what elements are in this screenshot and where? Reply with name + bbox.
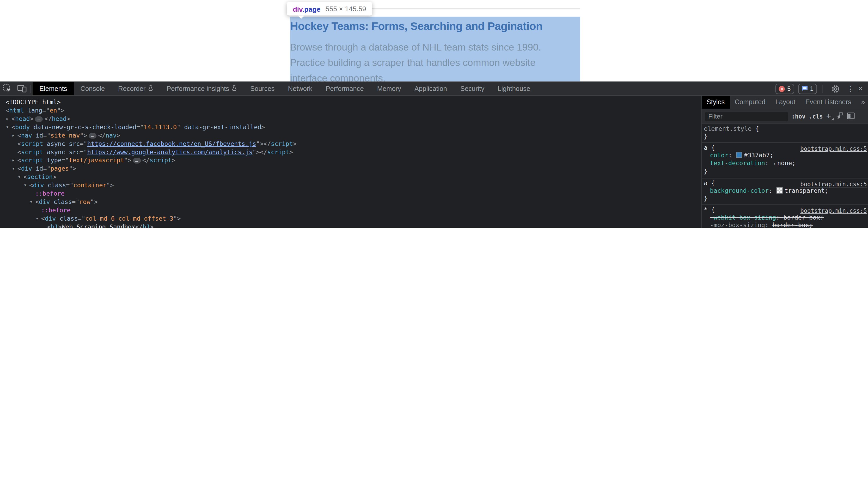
sidebar-tab-styles[interactable]: Styles — [702, 96, 730, 108]
punct: : — [776, 214, 783, 221]
tree-row[interactable]: ▾<section> — [0, 173, 701, 181]
tab-recorder[interactable]: Recorder — [112, 82, 160, 95]
punct: : — [765, 160, 772, 167]
collapsed-content-ellipsis[interactable]: … — [35, 117, 43, 122]
tab-label: Performance insights — [166, 82, 229, 95]
code-token: async — [43, 149, 65, 156]
css-property[interactable]: -moz-box-sizing: border-box; — [704, 222, 866, 228]
devtools-main: <!DOCTYPE html><html lang="en">▸<head>…<… — [0, 96, 868, 228]
code-token: h1 — [143, 224, 150, 228]
issues-badge[interactable]: 1 — [798, 83, 817, 94]
devtools-window: ElementsConsoleRecorderPerformance insig… — [0, 82, 868, 228]
error-icon: × — [779, 86, 785, 92]
new-style-rule-icon[interactable]: + — [826, 112, 833, 120]
tree-row[interactable]: ::before — [0, 190, 701, 198]
punct: : — [765, 222, 772, 228]
tree-row[interactable]: <html lang="en"> — [0, 106, 701, 115]
tab-console[interactable]: Console — [74, 82, 112, 95]
tree-row[interactable]: ▸<script type="text/javascript">…</scrip… — [0, 156, 701, 165]
css-property[interactable]: text-decoration: ▸none; — [704, 160, 866, 168]
tab-memory[interactable]: Memory — [370, 82, 408, 95]
tab-elements[interactable]: Elements — [33, 82, 74, 95]
css-property[interactable]: -webkit-box-sizing: border-box; — [704, 214, 866, 222]
style-rule[interactable]: element.style {} — [702, 124, 868, 143]
sidebar-tab-layout[interactable]: Layout — [771, 96, 801, 108]
tree-row[interactable]: <script async src="https://www.google-an… — [0, 148, 701, 156]
rendering-emulation-icon[interactable] — [836, 111, 844, 121]
code-token: class — [44, 182, 66, 189]
tree-row[interactable]: <script async src="https://connect.faceb… — [0, 140, 701, 148]
tree-row[interactable]: ▾<div class="col-md-6 col-md-offset-3"> — [0, 214, 701, 223]
color-swatch[interactable] — [736, 152, 742, 158]
chevron-down-icon[interactable]: ▾ — [30, 198, 33, 206]
inspect-element-icon[interactable] — [0, 82, 14, 95]
code-token: <!DOCTYPE html> — [5, 99, 60, 106]
code-token: "></ — [253, 149, 267, 156]
color-swatch[interactable] — [776, 187, 782, 193]
chevron-right-icon[interactable]: ▸ — [12, 156, 15, 165]
tab-sources[interactable]: Sources — [244, 82, 281, 95]
tab-label: Network — [288, 82, 313, 95]
toggle-element-classes[interactable]: .cls — [809, 113, 823, 120]
chevron-down-icon[interactable]: ▾ — [18, 173, 21, 181]
device-toolbar-icon[interactable] — [14, 82, 29, 95]
code-token: =" — [43, 132, 50, 139]
filter-input[interactable] — [705, 112, 788, 121]
tree-row[interactable]: ▸<head>…</head> — [0, 115, 701, 123]
toggle-hover-state[interactable]: :hov — [792, 113, 805, 120]
style-rule[interactable]: a {bootstrap.min.css:5color: #337ab7;tex… — [702, 143, 868, 178]
stylesheet-source-link[interactable]: bootstrap.min.css:5 — [800, 206, 867, 214]
collapsed-content-ellipsis[interactable]: … — [133, 158, 141, 163]
style-rule[interactable]: a {bootstrap.min.css:5background-color: … — [702, 178, 868, 205]
tree-row[interactable]: ▸<nav id="site-nav">…</nav> — [0, 131, 701, 140]
chevron-down-icon[interactable]: ▾ — [6, 123, 9, 131]
toolbar-separator — [31, 85, 31, 93]
tree-row[interactable]: ▾<body data-new-gr-c-s-check-loaded="14.… — [0, 123, 701, 131]
chevron-right-icon[interactable]: ▸ — [12, 131, 15, 140]
expand-value-icon[interactable]: ▸ — [773, 161, 776, 166]
sidebar-tab-event-listeners[interactable]: Event Listeners — [801, 96, 856, 108]
tree-row[interactable]: <h1>Web Scraping Sandbox</h1> — [0, 223, 701, 228]
tab-performance-insights[interactable]: Performance insights — [160, 82, 244, 95]
css-property[interactable]: background-color: transparent; — [704, 187, 866, 195]
page-link-title[interactable]: Hockey Teams: Forms, Searching and Pagin… — [290, 20, 580, 33]
code-token: < — [18, 157, 21, 164]
css-property[interactable]: color: #337ab7; — [704, 152, 866, 160]
stylesheet-source-link[interactable]: bootstrap.min.css:5 — [800, 145, 867, 153]
tab-network[interactable]: Network — [281, 82, 319, 95]
tab-performance[interactable]: Performance — [319, 82, 370, 95]
stylesheet-source-link[interactable]: bootstrap.min.css:5 — [800, 180, 867, 188]
code-token: < — [5, 107, 9, 115]
collapsed-content-ellipsis[interactable]: … — [89, 133, 96, 138]
style-rule[interactable]: * {bootstrap.min.css:5-webkit-box-sizing… — [702, 205, 868, 228]
code-token: container — [73, 182, 106, 189]
tree-row[interactable]: ::before — [0, 206, 701, 215]
tab-label: Security — [460, 82, 484, 95]
tree-row[interactable]: ▾<div class="row"> — [0, 198, 701, 206]
tab-lighthouse[interactable]: Lighthouse — [491, 82, 537, 95]
tab-application[interactable]: Application — [408, 82, 454, 95]
close-devtools-icon[interactable]: × — [858, 84, 863, 93]
chevron-down-icon[interactable]: ▾ — [24, 181, 27, 190]
code-token: data-new-gr-c-s-check-loaded — [30, 124, 136, 131]
sidebar-tab-computed[interactable]: Computed — [730, 96, 771, 108]
more-options-kebab-icon[interactable]: ⋮ — [847, 85, 854, 93]
code-token: script — [267, 149, 289, 156]
toggle-sidebar-icon[interactable] — [847, 111, 855, 121]
tree-row[interactable]: ▾<div id="pages"> — [0, 165, 701, 173]
code-token: "> — [124, 157, 131, 164]
sidebar-tab--[interactable]: » — [856, 96, 868, 108]
chevron-right-icon[interactable]: ▸ — [6, 115, 9, 123]
chevron-down-icon[interactable]: ▾ — [36, 214, 39, 223]
tree-row[interactable]: <!DOCTYPE html> — [0, 98, 701, 106]
code-token: div — [33, 182, 44, 189]
inspect-highlight-overlay: Hockey Teams: Forms, Searching and Pagin… — [290, 17, 580, 82]
error-badge[interactable]: ×5 — [776, 83, 794, 94]
tab-security[interactable]: Security — [454, 82, 491, 95]
toolbar-right-cluster: ×5 1 ⋮ × — [776, 82, 868, 95]
settings-gear-icon[interactable] — [828, 82, 843, 95]
chevron-down-icon[interactable]: ▾ — [12, 165, 15, 173]
tree-row[interactable]: ▾<div class="container"> — [0, 181, 701, 190]
code-token: script — [150, 157, 172, 164]
screen: Hockey Teams: Forms, Searching and Pagin… — [0, 0, 868, 228]
